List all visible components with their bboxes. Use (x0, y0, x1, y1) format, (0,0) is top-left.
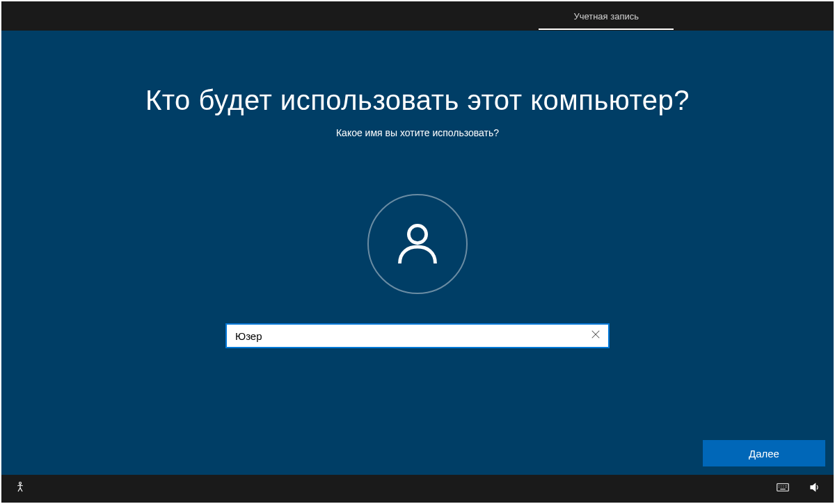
next-button[interactable]: Далее (703, 440, 825, 466)
avatar-placeholder (367, 194, 468, 294)
svg-point-0 (408, 225, 426, 243)
header-bar: Учетная запись (1, 1, 834, 31)
accessibility-button[interactable] (14, 481, 26, 496)
volume-icon (809, 481, 821, 496)
clear-input-button[interactable] (583, 325, 608, 347)
page-subtitle: Какое имя вы хотите использовать? (336, 127, 499, 138)
footer-left (14, 481, 26, 496)
footer-bar (1, 475, 834, 503)
username-input-wrapper (225, 323, 610, 348)
page-title: Кто будет использовать этот компьютер? (145, 85, 690, 116)
content-area: Кто будет использовать этот компьютер? К… (1, 31, 834, 475)
footer-right (777, 481, 821, 496)
username-input[interactable] (227, 330, 583, 342)
setup-window: Учетная запись Кто будет использовать эт… (1, 1, 834, 503)
accessibility-icon (14, 481, 26, 496)
svg-point-3 (19, 482, 22, 485)
keyboard-icon (777, 481, 789, 496)
user-icon (392, 218, 443, 270)
tab-account[interactable]: Учетная запись (539, 3, 674, 30)
close-icon (591, 330, 601, 342)
keyboard-button[interactable] (777, 481, 789, 496)
volume-button[interactable] (809, 481, 821, 496)
